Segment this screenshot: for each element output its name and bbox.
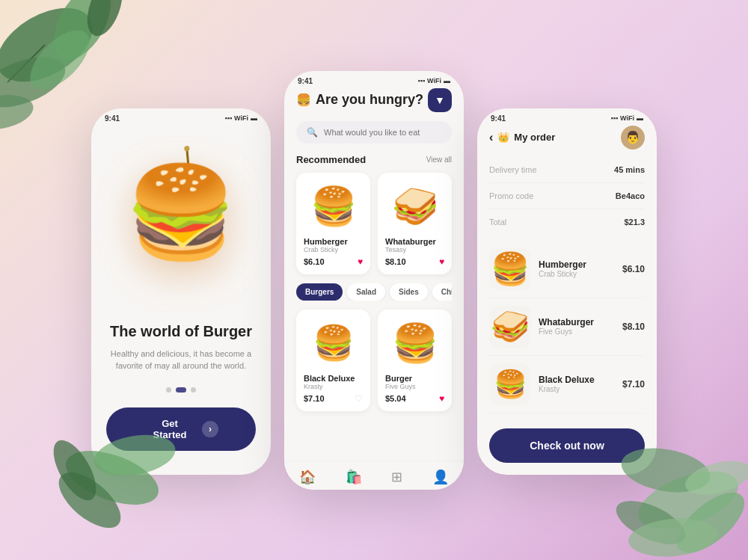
order-phone: 9:41 ▪▪▪ WiFi ▬ ‹ 👑 My order 👨 Delivery … xyxy=(477,108,657,475)
order-item-whataburger: 🥪 Whataburger Five Guys $8.10 xyxy=(489,298,645,356)
total-label: Total xyxy=(489,218,506,227)
promo-value: Be4aco xyxy=(616,191,645,200)
dot-2[interactable] xyxy=(176,387,186,393)
order-img-humberger: 🍔 xyxy=(489,248,531,290)
time-3: 9:41 xyxy=(491,114,506,123)
food-bottom-1: $6.10 ♥ xyxy=(304,256,363,267)
nav-bag-icon[interactable]: 🛍️ xyxy=(346,469,362,485)
welcome-title: The world of Burger xyxy=(106,322,256,340)
total-row: Total $21.3 xyxy=(489,214,645,230)
signal-icon-3: ▪▪▪ xyxy=(611,114,619,122)
food-name-4: Burger xyxy=(385,374,444,383)
time-1: 9:41 xyxy=(105,114,120,123)
tab-salad[interactable]: Salad xyxy=(347,283,385,301)
svg-point-6 xyxy=(0,90,36,135)
nav-grid-icon[interactable]: ⊞ xyxy=(391,469,402,485)
checkout-label: Check out now xyxy=(530,440,604,452)
order-name-2: Whataburger xyxy=(539,317,615,327)
food-price-2: $8.10 xyxy=(385,257,406,266)
back-arrow-icon: ‹ xyxy=(489,131,493,144)
status-icons-3: ▪▪▪ WiFi ▬ xyxy=(611,114,644,122)
svg-point-14 xyxy=(610,492,691,553)
food-heart-1[interactable]: ♥ xyxy=(358,256,363,267)
food-heart-4[interactable]: ♥ xyxy=(439,393,444,404)
order-sub-2: Five Guys xyxy=(539,327,615,336)
food-card-burger[interactable]: 🍔 Burger Five Guys $5.04 ♥ xyxy=(378,310,452,411)
promo-row: Promo code Be4aco xyxy=(489,188,645,204)
svg-point-5 xyxy=(81,0,129,40)
svg-line-1 xyxy=(7,45,45,82)
search-icon: 🔍 xyxy=(307,127,318,138)
battery-icon-3: ▬ xyxy=(637,114,643,122)
tab-burgers[interactable]: Burgers xyxy=(296,283,343,301)
order-info-black-deluxe: Black Deluxe Krasty xyxy=(539,375,615,393)
user-avatar[interactable]: 👨 xyxy=(621,126,645,150)
order-sub-1: Crab Sticky xyxy=(539,270,615,278)
order-price-1: $6.10 xyxy=(622,264,645,274)
welcome-phone: 9:41 ▪▪▪ WiFi ▬ 🍔 The world of Burger He… xyxy=(91,108,271,475)
btn-arrow-icon: › xyxy=(202,421,218,437)
order-item-black-deluxe: 🍔 Black Deluxe Krasty $7.10 xyxy=(489,356,645,413)
status-bar-1: 9:41 ▪▪▪ WiFi ▬ xyxy=(91,108,271,126)
food-bottom-3: $7.10 ♡ xyxy=(304,393,363,404)
browse-phone: 9:41 ▪▪▪ WiFi ▬ 🍔 Are you hungry? ▼ 🔍 Re… xyxy=(284,71,464,490)
wifi-icon-2: WiFi xyxy=(427,77,441,84)
filter-icon: ▼ xyxy=(435,94,445,106)
order-img-whataburger: 🥪 xyxy=(489,306,531,348)
welcome-subtitle: Healthy and delicious, it has become a f… xyxy=(106,348,256,372)
order-item-humberger: 🍔 Humberger Crab Sticky $6.10 xyxy=(489,241,645,298)
divider-1 xyxy=(489,182,645,183)
svg-point-2 xyxy=(43,0,123,70)
order-info-whataburger: Whataburger Five Guys xyxy=(539,317,615,336)
tab-chicken[interactable]: Chicken xyxy=(432,283,452,301)
nav-person-icon[interactable]: 👤 xyxy=(432,469,449,485)
pagination-dots xyxy=(166,387,196,393)
order-content: ‹ 👑 My order 👨 Delivery time 45 mins Pro… xyxy=(477,126,657,425)
status-icons-2: ▪▪▪ WiFi ▬ xyxy=(418,77,451,84)
order-sub-3: Krasty xyxy=(539,385,615,393)
promo-label: Promo code xyxy=(489,191,533,200)
get-started-button[interactable]: Get Started › xyxy=(106,407,256,451)
food-heart-2[interactable]: ♥ xyxy=(439,256,444,267)
signal-icon-2: ▪▪▪ xyxy=(418,77,426,84)
view-all-link[interactable]: View all xyxy=(426,156,452,164)
food-card-whataburger[interactable]: 🥪 Whataburger Tesasy $8.10 ♥ xyxy=(378,173,452,274)
order-price-3: $7.10 xyxy=(622,379,645,390)
battery-icon: ▬ xyxy=(251,114,257,122)
food-price-3: $7.10 xyxy=(304,394,325,403)
delivery-label: Delivery time xyxy=(489,165,537,174)
search-box[interactable]: 🔍 xyxy=(296,121,452,144)
svg-point-13 xyxy=(667,481,748,560)
food-name-2: Whataburger xyxy=(385,237,444,246)
filter-button[interactable]: ▼ xyxy=(428,88,452,112)
browse-content: 🍔 Are you hungry? ▼ 🔍 Recommended View a… xyxy=(284,88,464,432)
order-price-2: $8.10 xyxy=(622,321,645,332)
svg-point-3 xyxy=(0,47,72,117)
food-bottom-4: $5.04 ♥ xyxy=(385,393,444,404)
bottom-nav: 🏠 🛍️ ⊞ 👤 xyxy=(284,461,464,490)
food-img-burger: 🍔 xyxy=(385,317,444,369)
food-card-black-deluxe[interactable]: 🍔 Black Deluxe Krasty $7.10 ♡ xyxy=(296,310,370,411)
back-nav[interactable]: ‹ 👑 My order xyxy=(489,131,555,144)
order-info: Delivery time 45 mins Promo code Be4aco … xyxy=(489,161,645,230)
food-heart-3[interactable]: ♡ xyxy=(355,393,363,404)
food-name-1: Humberger xyxy=(304,237,363,246)
browse-title: Are you hungry? xyxy=(316,92,423,108)
order-img-black-deluxe: 🍔 xyxy=(489,363,531,405)
category-tabs: Burgers Salad Sides Chicken xyxy=(296,283,452,301)
checkout-button[interactable]: Check out now xyxy=(489,428,645,463)
divider-2 xyxy=(489,209,645,209)
svg-point-16 xyxy=(627,515,720,560)
get-started-label: Get Started xyxy=(144,418,196,440)
nav-home-icon[interactable]: 🏠 xyxy=(299,469,316,485)
dot-1[interactable] xyxy=(166,387,171,393)
food-img-humberger: 🍔 xyxy=(304,180,363,233)
search-input[interactable] xyxy=(324,128,441,137)
food-card-humberger[interactable]: 🍔 Humberger Crab Sticky $6.10 ♥ xyxy=(296,173,370,274)
dot-3[interactable] xyxy=(191,387,196,393)
time-2: 9:41 xyxy=(298,77,313,85)
food-sub-1: Crab Sticky xyxy=(304,246,363,253)
food-img-whataburger: 🥪 xyxy=(385,180,444,233)
tab-sides[interactable]: Sides xyxy=(390,283,428,301)
svg-point-4 xyxy=(20,20,99,99)
